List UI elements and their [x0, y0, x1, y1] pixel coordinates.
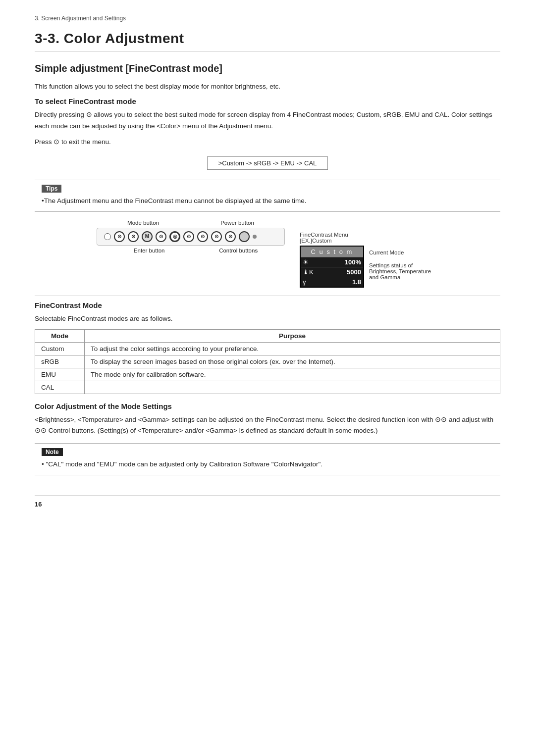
fc-gamma-value: 1.8 — [352, 278, 361, 286]
diagram-section: Mode button Power button ⊙ ⊙ M ⊙ ◎ ⊙ ⊙ ⊙… — [35, 220, 500, 296]
section-intro: This function allows you to select the b… — [35, 81, 500, 92]
subsection1-para2: Press ⊙ to exit the menu. — [35, 137, 500, 148]
purpose-cal — [85, 381, 500, 394]
btn-6: ◎ — [169, 231, 180, 242]
table-row: CAL — [35, 381, 500, 394]
fc-menu-label: FineContrast Menu [EX.]Custom — [300, 232, 348, 244]
fc-custom-row: C u s t o m — [301, 247, 363, 257]
btn-10: ⊙ — [225, 231, 236, 242]
btn-4: M — [142, 231, 153, 242]
control-buttons-label: Control buttons — [219, 248, 258, 253]
table-header-purpose: Purpose — [85, 329, 500, 342]
finecontrast-menu: C u s t o m ☀ 100% 🌡K 5000 γ 1.8 — [300, 246, 364, 288]
button-panel: Mode button Power button ⊙ ⊙ M ⊙ ◎ ⊙ ⊙ ⊙… — [97, 220, 285, 253]
brightness-icon: ☀ — [303, 258, 309, 266]
note-box: Note • "CAL" mode and "EMU" mode can be … — [35, 443, 500, 475]
tips-box: Tips •The Adjustment menu and the FineCo… — [35, 180, 500, 212]
mode-emu: EMU — [35, 368, 85, 381]
right-annotations: Current Mode Settings status of Brightne… — [369, 250, 438, 280]
table-header-mode: Mode — [35, 329, 85, 342]
table-row: sRGB To display the screen images based … — [35, 355, 500, 368]
tips-label: Tips — [42, 184, 493, 196]
section-title: Simple adjustment [FineContrast mode] — [35, 63, 500, 74]
fc-row3: γ 1.8 — [301, 277, 363, 287]
power-button-label: Power button — [220, 220, 254, 226]
table-row: EMU The mode only for calibration softwa… — [35, 368, 500, 381]
btn-dot — [253, 235, 257, 239]
main-title: 3-3. Color Adjustment — [35, 31, 500, 52]
purpose-srgb: To display the screen images based on th… — [85, 355, 500, 368]
fc-brightness-value: 100% — [345, 258, 361, 266]
subsection3-title: Color Adjustment of the Mode Settings — [35, 402, 500, 410]
btn-9: ⊙ — [211, 231, 222, 242]
mode-srgb: sRGB — [35, 355, 85, 368]
fc-temperature-value: 5000 — [347, 268, 361, 276]
mode-cal: CAL — [35, 381, 85, 394]
btn-7: ⊙ — [183, 231, 194, 242]
btn-3: ⊙ — [128, 231, 139, 242]
btn-11 — [239, 231, 250, 242]
purpose-custom: To adjust the color settings according t… — [85, 342, 500, 355]
button-bottom-labels: Enter button Control buttons — [97, 248, 285, 253]
btn-8: ⊙ — [197, 231, 208, 242]
subsection2-intro: Selectable FineContrast modes are as fol… — [35, 313, 500, 324]
current-mode-label: Current Mode — [369, 250, 438, 255]
button-row: ⊙ ⊙ M ⊙ ◎ ⊙ ⊙ ⊙ ⊙ — [97, 228, 285, 246]
settings-status-label: Settings status of Brightness, Temperatu… — [369, 262, 438, 280]
purpose-emu: The mode only for calibration software. — [85, 368, 500, 381]
flow-box: >Custom -> sRGB -> EMU -> CAL — [207, 156, 328, 170]
btn-2: ⊙ — [114, 231, 125, 242]
mode-custom: Custom — [35, 342, 85, 355]
breadcrumb: 3. Screen Adjustment and Settings — [35, 15, 500, 22]
gamma-icon: γ — [303, 278, 306, 286]
fc-row1: ☀ 100% — [301, 257, 363, 267]
btn-5: ⊙ — [156, 231, 166, 242]
subsection3-para1: <Brightness>, <Temperature> and <Gamma> … — [35, 414, 500, 437]
subsection1-para1: Directly pressing ⊙ allows you to select… — [35, 109, 500, 132]
temperature-icon: 🌡K — [303, 268, 314, 276]
subsection2-title: FineContrast Mode — [35, 301, 500, 309]
enter-button-label: Enter button — [134, 248, 165, 253]
subsection1-title: To select FineContrast mode — [35, 97, 500, 105]
note-label: Note — [42, 448, 63, 456]
note-text: • "CAL" mode and "EMU" mode can be adjus… — [42, 459, 493, 470]
btn-1 — [104, 233, 111, 240]
fc-menu-col: FineContrast Menu [EX.]Custom C u s t o … — [300, 232, 438, 288]
table-row: Custom To adjust the color settings acco… — [35, 342, 500, 355]
mode-button-label: Mode button — [127, 220, 159, 226]
mode-table: Mode Purpose Custom To adjust the color … — [35, 329, 500, 394]
note-label-container: Note — [42, 448, 493, 459]
button-top-labels: Mode button Power button — [97, 220, 285, 226]
flow-diagram: >Custom -> sRGB -> EMU -> CAL — [35, 156, 500, 170]
tips-text: •The Adjustment menu and the FineContras… — [42, 196, 493, 206]
fc-row2: 🌡K 5000 — [301, 267, 363, 277]
page-number: 16 — [35, 495, 500, 508]
